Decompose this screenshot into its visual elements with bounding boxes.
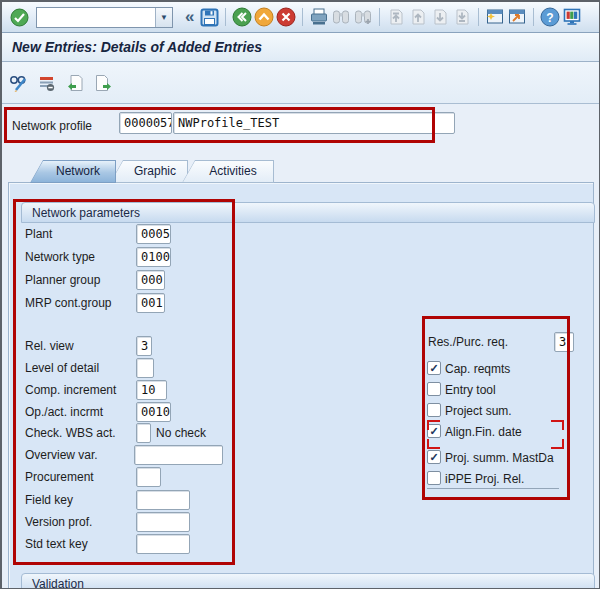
field-label: Op./act. incrmt (25, 405, 103, 419)
find-button[interactable] (330, 6, 352, 28)
tab-strip: Network Graphic Activities (30, 160, 268, 183)
application-toolbar (2, 62, 599, 104)
ok-button[interactable] (8, 6, 30, 28)
level-of-detail-field[interactable] (136, 358, 154, 378)
toolbar-separator (302, 8, 303, 26)
field-label: MRP cont.group (25, 296, 112, 310)
field-row-version-prof: Version prof. (25, 512, 285, 532)
next-entry-button[interactable] (92, 72, 114, 94)
checkbox-label: iPPE Proj. Rel. (445, 472, 524, 486)
customize-layout-icon (562, 7, 582, 27)
field-label: Planner group (25, 273, 100, 287)
right-group-divider (427, 488, 559, 489)
field-row-rel-view: Rel. view 3 (25, 336, 285, 356)
print-button[interactable] (308, 6, 330, 28)
std-text-key-field[interactable] (136, 534, 190, 554)
field-row-procurement: Procurement (25, 467, 285, 487)
field-label: Network type (25, 250, 95, 264)
back-button[interactable] (231, 6, 253, 28)
field-key-field[interactable] (136, 490, 190, 510)
field-row-plant: Plant 0005 (25, 224, 285, 244)
proj-summ-mastda-checkbox[interactable]: ✓ (427, 450, 441, 464)
page-title: New Entries: Details of Added Entries (12, 39, 262, 55)
field-row-network-type: Network type 0100 (25, 247, 285, 267)
checkbox-row-entry-tool: Entry tool (427, 380, 587, 400)
print-icon (309, 7, 329, 27)
field-row-mrp-cont-group: MRP cont.group 001 (25, 293, 285, 313)
previous-entry-button[interactable] (64, 72, 86, 94)
checkbox-row-ippe-proj-rel: iPPE Proj. Rel. (427, 469, 587, 489)
dropdown-icon[interactable]: ▼ (155, 8, 172, 27)
shortcut-icon (507, 7, 527, 27)
ippe-proj-rel-checkbox[interactable] (427, 471, 441, 485)
exit-icon (254, 7, 274, 27)
delete-entry-button[interactable] (36, 72, 58, 94)
network-type-field[interactable]: 0100 (136, 247, 171, 267)
checkbox-label: Project sum. (445, 404, 512, 418)
previous-page-button[interactable] (407, 6, 429, 28)
tab-network[interactable]: Network (30, 160, 116, 183)
display-change-icon (8, 73, 30, 93)
entry-tool-checkbox[interactable] (427, 382, 441, 396)
toolbar-separator (225, 8, 226, 26)
planner-group-field[interactable]: 000 (136, 270, 165, 290)
last-page-button[interactable] (451, 6, 473, 28)
network-profile-label: Network profile (12, 119, 92, 133)
save-button[interactable] (198, 6, 220, 28)
overview-var-field[interactable] (134, 445, 223, 465)
network-profile-name-field[interactable]: NWProfile_TEST (173, 112, 455, 134)
next-page-button[interactable] (429, 6, 451, 28)
plant-field[interactable]: 0005 (136, 224, 171, 244)
field-row-planner-group: Planner group 000 (25, 270, 285, 290)
project-sum-checkbox[interactable] (427, 403, 441, 417)
field-row-overview-var: Overview var. (25, 445, 285, 465)
collapse-chevron-icon[interactable]: « (181, 7, 198, 27)
exit-button[interactable] (253, 6, 275, 28)
command-input[interactable] (37, 9, 155, 26)
network-parameters-header: Network parameters (21, 202, 595, 223)
toolbar-separator (379, 8, 380, 26)
focus-corner (551, 420, 564, 430)
check-wbs-act-field[interactable] (136, 423, 151, 443)
display-change-button[interactable] (8, 72, 30, 94)
field-row-res-purc-req: Res./Purc. req. 3 (428, 332, 588, 352)
field-row-level-of-detail: Level of detail (25, 358, 285, 378)
field-label: Procurement (25, 470, 94, 484)
new-session-icon (485, 7, 505, 27)
cancel-button[interactable] (275, 6, 297, 28)
rel-view-field[interactable]: 3 (136, 336, 152, 356)
shortcut-button[interactable] (506, 6, 528, 28)
find-next-button[interactable] (352, 6, 374, 28)
field-label: Field key (25, 493, 73, 507)
op-act-incrmt-field[interactable]: 0010 (136, 402, 171, 422)
delete-entry-icon (37, 73, 57, 93)
main-screen: Network profile 0000057 NWProfile_TEST N… (2, 104, 599, 588)
field-label: Plant (25, 227, 52, 241)
field-row-std-text-key: Std text key (25, 534, 285, 554)
help-button[interactable]: ? (539, 6, 561, 28)
tab-graphic[interactable]: Graphic (110, 160, 188, 183)
previous-page-icon (408, 7, 428, 27)
field-label: Version prof. (25, 515, 92, 529)
procurement-field[interactable] (136, 467, 161, 487)
first-page-button[interactable] (385, 6, 407, 28)
network-parameters-title: Network parameters (32, 206, 140, 220)
res-purc-req-field[interactable]: 3 (554, 332, 574, 352)
field-row-op-act-incrmt: Op./act. incrmt 0010 (25, 402, 285, 422)
network-profile-id-field[interactable]: 0000057 (119, 112, 172, 134)
field-label: Check. WBS act. (25, 426, 116, 440)
new-session-button[interactable] (484, 6, 506, 28)
cap-reqmts-checkbox[interactable]: ✓ (427, 361, 441, 375)
comp-increment-field[interactable]: 10 (136, 380, 167, 400)
focus-corner (427, 439, 440, 449)
field-row-field-key: Field key (25, 490, 285, 510)
customize-layout-button[interactable] (561, 6, 583, 28)
checkbox-row-project-sum: Project sum. (427, 401, 587, 421)
version-prof-field[interactable] (136, 512, 190, 532)
back-icon (232, 7, 252, 27)
checkbox-row-cap-reqmts: ✓ Cap. reqmts (427, 359, 587, 379)
tab-activities[interactable]: Activities (182, 160, 274, 183)
focus-corner (427, 420, 440, 430)
mrp-cont-group-field[interactable]: 001 (136, 293, 165, 313)
cancel-icon (276, 7, 296, 27)
